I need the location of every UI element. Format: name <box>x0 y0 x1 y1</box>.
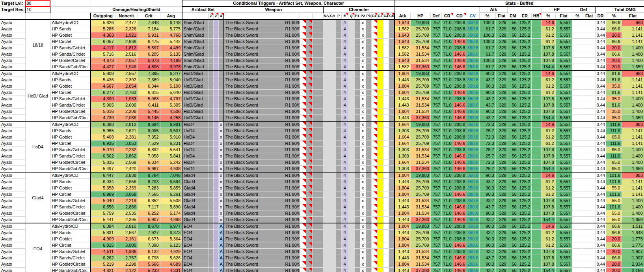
cell-c1-trigger[interactable] <box>371 109 377 115</box>
cell-p2-trigger[interactable]: x <box>360 109 366 115</box>
cell-na-trigger[interactable] <box>323 172 329 179</box>
cell-artifact-set[interactable]: Shim/Glad <box>182 45 208 51</box>
cell-avg[interactable]: 5,174 <box>160 210 182 217</box>
cell-set2pc-b[interactable] <box>213 19 218 26</box>
cell-def[interactable]: 757 <box>430 26 441 32</box>
cell-cr[interactable]: 71.0 <box>441 204 453 210</box>
col-header-q[interactable]: Q <box>348 13 354 20</box>
cell-set4pc-mark[interactable] <box>218 70 224 77</box>
cell-weapon-spacer[interactable] <box>312 242 323 249</box>
cell-weapon-spacer[interactable] <box>312 166 323 173</box>
cell-ca-trigger[interactable] <box>329 32 336 39</box>
cell-outgoing[interactable]: 4,821 <box>91 268 115 272</box>
cell-crit[interactable]: 5,597 <box>138 45 160 51</box>
cell-er[interactable]: 125.2 <box>518 166 531 173</box>
cell-c6-trigger[interactable] <box>389 172 395 179</box>
cell-hp[interactable]: 25,709 <box>410 77 430 83</box>
cell-hp-pct[interactable]: 61.2 <box>541 39 555 45</box>
cell-na-trigger[interactable] <box>323 185 329 191</box>
cell-p2-trigger[interactable]: x <box>360 115 366 122</box>
cell-total-dmg-pct[interactable]: 55.0 <box>606 185 622 191</box>
cell-set2pc-a[interactable] <box>208 179 213 185</box>
cell-p-trigger[interactable] <box>336 223 341 230</box>
cell-set2pc-b[interactable] <box>213 102 218 109</box>
cell-weapon-name[interactable]: The Black Sword <box>224 19 284 26</box>
cell-set2pc-b[interactable] <box>213 166 218 173</box>
cell-def-pct[interactable] <box>572 236 583 242</box>
cell-p2-trigger[interactable]: x <box>360 261 366 268</box>
cell-e-trigger[interactable]: 4 <box>341 70 348 77</box>
cell-c4-trigger[interactable] <box>383 134 389 141</box>
cell-em[interactable]: 56 <box>508 102 518 109</box>
cell-c6-trigger[interactable] <box>389 134 395 141</box>
cell-avg[interactable]: 6,594 <box>160 179 182 185</box>
cell-weapon-name[interactable]: The Black Sword <box>224 109 284 115</box>
cell-ca-trigger[interactable] <box>329 217 336 223</box>
cell-p2-trigger[interactable]: x <box>360 70 366 77</box>
cell-total-dmg-flat[interactable]: 883 <box>622 172 644 179</box>
cell-hb[interactable] <box>531 115 541 122</box>
cell-em[interactable]: 56 <box>508 45 518 51</box>
cell-atk[interactable]: 1,443 <box>395 102 410 109</box>
cell-p1-trigger[interactable] <box>354 236 360 242</box>
cell-character[interactable]: Ayato <box>0 102 25 109</box>
cell-weapon-refine[interactable]: R1 90/90 <box>284 77 300 83</box>
cell-e-trigger[interactable]: 4 <box>341 242 348 249</box>
cell-q-trigger[interactable] <box>348 261 354 268</box>
cell-em[interactable]: 56 <box>508 90 518 96</box>
cell-hb[interactable] <box>531 102 541 109</box>
cell-hp-flat[interactable]: 5,557 <box>555 32 572 39</box>
cell-atk-flat[interactable]: 329 <box>495 242 508 249</box>
cell-atk-flat[interactable]: 329 <box>495 70 508 77</box>
cell-p3-trigger[interactable] <box>366 102 371 109</box>
cell-p-trigger[interactable] <box>336 230 341 236</box>
cell-c1-trigger[interactable] <box>371 115 377 122</box>
cell-c6-trigger[interactable] <box>389 39 395 45</box>
weapon-comment-marker-cell[interactable] <box>306 242 312 249</box>
cell-c6-trigger[interactable] <box>389 159 395 166</box>
cell-set2pc-a[interactable] <box>208 159 213 166</box>
col-header-p2[interactable]: P2 <box>360 13 366 20</box>
cell-def-flat[interactable] <box>583 45 595 51</box>
cell-er[interactable]: 125.2 <box>518 223 531 230</box>
cell-c6-trigger[interactable] <box>389 77 395 83</box>
cell-c6-trigger[interactable] <box>389 166 395 173</box>
cell-set4pc-mark[interactable]: A <box>218 261 224 268</box>
cell-weapon-name[interactable]: The Black Sword <box>224 64 284 71</box>
cell-em[interactable]: 56 <box>508 198 518 204</box>
cell-weapon-spacer[interactable] <box>312 32 323 39</box>
cell-cd[interactable]: 146.6 <box>453 58 466 64</box>
cell-p2-trigger[interactable]: x <box>360 210 366 217</box>
cell-e-trigger[interactable]: 4 <box>341 83 348 90</box>
cell-set2pc-a[interactable] <box>208 255 213 261</box>
cell-def-flat[interactable] <box>583 166 595 173</box>
cell-def-pct[interactable] <box>572 172 583 179</box>
cell-c4-trigger[interactable] <box>383 223 389 230</box>
cell-weapon-name[interactable]: The Black Sword <box>224 128 284 134</box>
cell-e-trigger[interactable]: 4 <box>341 141 348 147</box>
cell-artifact-set[interactable]: HoD4 <box>182 128 208 134</box>
cell-noncrit[interactable]: 2,535 <box>115 210 138 217</box>
cell-hb[interactable] <box>531 204 541 210</box>
weapon-comment-marker-cell[interactable] <box>306 223 312 230</box>
cell-atk-pct[interactable]: 90.3 <box>479 109 495 115</box>
cell-q-trigger[interactable] <box>348 109 354 115</box>
weapon-comment-marker-cell[interactable] <box>306 198 312 204</box>
cell-character[interactable]: Ayato <box>0 109 25 115</box>
weapon-comment-marker-cell[interactable] <box>300 261 306 268</box>
cell-weapon-refine[interactable]: R1 90/90 <box>284 210 300 217</box>
cell-c1-trigger[interactable] <box>371 268 377 272</box>
cell-cr[interactable]: 71.0 <box>441 58 453 64</box>
cell-set2pc-a[interactable] <box>208 90 213 96</box>
cell-p1-trigger[interactable] <box>354 102 360 109</box>
target-lvl-label[interactable]: Target Lvl: <box>0 0 25 7</box>
cell-hp[interactable]: 25,709 <box>410 134 430 141</box>
cell-total-dmg-flat[interactable]: 1,400 <box>622 58 644 64</box>
cell-c2-trigger[interactable] <box>377 96 383 102</box>
cell-c2-trigger[interactable] <box>377 268 383 272</box>
cell-artifact-set[interactable]: HoD/Glad <box>182 83 208 90</box>
cell-character[interactable]: Ayato <box>0 166 25 173</box>
cell-hp-pct[interactable]: 107.8 <box>541 147 555 153</box>
cell-character[interactable]: Ayato <box>0 90 25 96</box>
cell-def-flat[interactable] <box>583 102 595 109</box>
